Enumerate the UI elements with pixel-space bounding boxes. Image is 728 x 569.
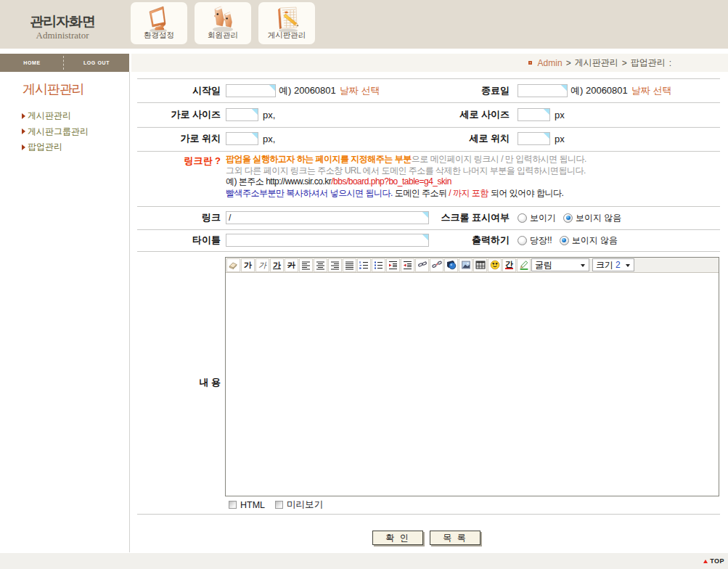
editor-footer: HTML 미리보기 [229, 499, 333, 511]
start-date-picker-link[interactable]: 날짜 선택 [340, 84, 380, 97]
divider [137, 102, 720, 103]
sidebar: 게시판관리 게시판관리 게시판그룹관리 팝업관리 [0, 72, 130, 552]
sidebar-item-board-admin[interactable]: 게시판관리 [22, 108, 89, 124]
end-date-picker-link[interactable]: 날짜 선택 [631, 84, 672, 97]
divider [137, 514, 720, 515]
html-checkbox[interactable] [229, 501, 237, 509]
content-editor: 가 가 가 가 [225, 257, 719, 496]
brand: 관리자화면 Administrator [9, 14, 116, 41]
end-date-label: 종료일 [393, 82, 510, 99]
divider [137, 229, 720, 230]
underline-icon[interactable]: 가 [270, 258, 284, 272]
publish-hidden-radio[interactable] [560, 236, 569, 245]
sidebar-item-board-group-admin[interactable]: 게시판그룹관리 [22, 124, 89, 140]
font-size-select[interactable]: 크기 2 [592, 258, 634, 271]
publish-hidden-label: 보이지 않음 [572, 234, 618, 247]
pos-x-input[interactable] [226, 132, 258, 145]
scroll-hidden-radio[interactable] [563, 213, 573, 223]
home-button[interactable]: HOME [0, 54, 64, 72]
row-link: 링크 스크롤 표시여부 보이기 보이지 않음 [137, 209, 720, 226]
publish-label: 출력하기 [393, 232, 510, 249]
divider [137, 151, 720, 152]
link-help-line3: 예) 본주소 http://www.sir.co.kr/bbs/board.ph… [226, 176, 586, 188]
form-actions: 확 인 목 록 [137, 531, 720, 545]
sidebar-menu: 게시판관리 게시판그룹관리 팝업관리 [22, 108, 89, 155]
sidebar-item-popup-admin[interactable]: 팝업관리 [22, 139, 89, 155]
outdent-icon[interactable] [401, 258, 414, 272]
strikethrough-icon[interactable]: 가 [285, 258, 298, 272]
link-help-label: 링크란 ? [137, 155, 221, 168]
start-date-label: 시작일 [137, 82, 221, 99]
divider [137, 206, 720, 207]
divider [137, 127, 720, 128]
html-checkbox-label: HTML [240, 500, 265, 510]
height-label: 세로 사이즈 [393, 106, 510, 123]
align-left-icon[interactable] [299, 258, 313, 272]
session-bar: HOME LOG OUT [0, 54, 129, 72]
ordered-list-icon[interactable] [357, 258, 371, 272]
chevron-down-icon [626, 264, 630, 267]
page-title: 관리자화면 [9, 14, 116, 30]
publish-now-label: 당장!! [530, 234, 552, 247]
go-to-top-button[interactable]: TOP [703, 553, 724, 569]
highlight-icon[interactable] [517, 258, 531, 272]
align-right-icon[interactable] [328, 258, 342, 272]
scroll-visible-radio[interactable] [518, 213, 527, 223]
eraser-icon[interactable] [226, 258, 240, 272]
end-date-hint: 예) 20060801 [570, 84, 628, 97]
align-center-icon[interactable] [314, 258, 327, 272]
bullet-arrow-icon [22, 128, 25, 134]
height-unit: px [555, 110, 565, 120]
preview-checkbox-label: 미리보기 [287, 499, 323, 511]
font-color-icon[interactable]: 간 [502, 258, 516, 272]
bullet-arrow-icon [22, 144, 25, 150]
pos-x-unit: px, [263, 134, 275, 144]
link-help-line4: 빨색주소부분만 복사하셔서 넣으시면 됩니다. 도메인 주소뒤 / 까지 포함 … [226, 188, 586, 200]
bullet-arrow-icon [22, 113, 25, 119]
media-icon[interactable] [444, 258, 458, 272]
row-dates: 시작일 예) 20060801 날짜 선택 종료일 예) 20060801 날짜… [137, 82, 720, 99]
pos-y-input[interactable] [518, 132, 550, 145]
link-label: 링크 [137, 209, 221, 226]
width-label: 가로 사이즈 [137, 106, 221, 123]
scroll-visible-label: 보이기 [530, 212, 556, 224]
link-help-line1: 팝업을 실행하고자 하는 페이지를 지정해주는 부분으로 메인페이지 링크시 /… [226, 154, 586, 165]
image-icon[interactable] [459, 258, 473, 272]
emoticon-icon[interactable] [488, 258, 502, 272]
scroll-label: 스크롤 표시여부 [393, 209, 510, 226]
editor-toolbar: 가 가 가 가 [226, 258, 719, 273]
publish-now-radio[interactable] [518, 236, 527, 245]
pos-y-unit: px [555, 134, 565, 144]
end-date-input[interactable] [518, 84, 568, 97]
row-position: 가로 위치 px, 세로 위치 px [137, 130, 720, 147]
scroll-hidden-label: 보이지 않음 [576, 212, 621, 224]
row-size: 가로 사이즈 px, 세로 사이즈 px [137, 106, 720, 123]
page-subtitle: Administrator [9, 30, 116, 41]
width-input[interactable] [226, 108, 258, 121]
table-icon[interactable] [473, 258, 487, 272]
height-input[interactable] [518, 108, 550, 121]
font-family-select[interactable]: 굴림 [531, 258, 589, 271]
indent-icon[interactable] [386, 258, 400, 272]
start-date-input[interactable] [226, 84, 276, 97]
editor-content-area[interactable] [226, 274, 719, 496]
footer: TOP [0, 553, 728, 569]
divider [137, 78, 720, 79]
link-icon[interactable] [415, 258, 429, 272]
preview-checkbox[interactable] [275, 501, 283, 509]
list-button[interactable]: 목 록 [430, 531, 480, 545]
title-label: 타이틀 [137, 232, 221, 249]
font-family-value: 굴림 [535, 259, 552, 271]
logout-button[interactable]: LOG OUT [64, 54, 129, 72]
unordered-list-icon[interactable] [372, 258, 385, 272]
confirm-button[interactable]: 확 인 [372, 531, 423, 545]
bold-icon[interactable]: 가 [241, 258, 255, 272]
unlink-icon[interactable] [430, 258, 443, 272]
align-justify-icon[interactable] [343, 258, 356, 272]
up-triangle-icon [703, 560, 708, 563]
pos-y-label: 세로 위치 [393, 130, 510, 147]
italic-icon[interactable]: 가 [255, 258, 269, 272]
popup-form: 시작일 예) 20060801 날짜 선택 종료일 예) 20060801 날짜… [137, 0, 720, 569]
chevron-down-icon [581, 264, 585, 267]
go-to-top-label: TOP [710, 557, 724, 565]
